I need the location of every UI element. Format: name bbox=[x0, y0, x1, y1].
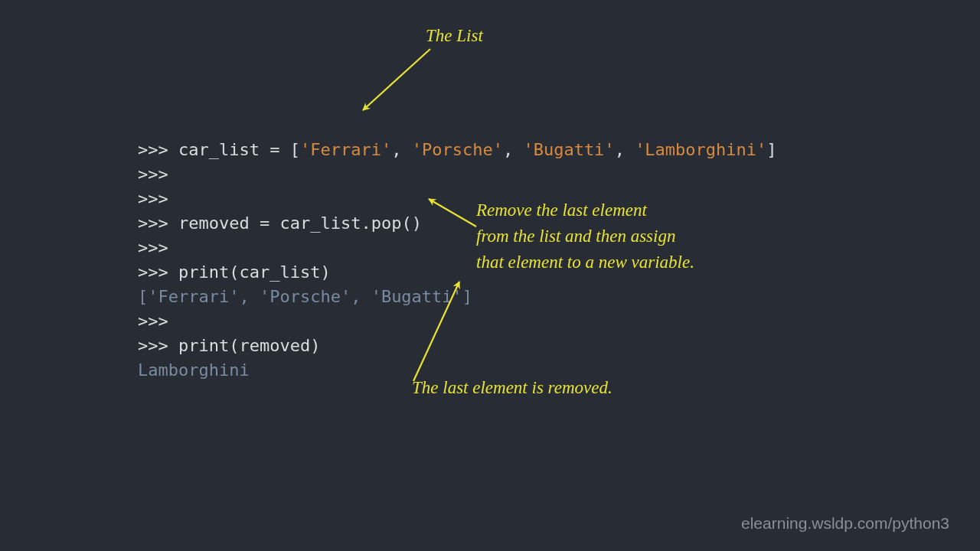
var-car-list: car_list bbox=[178, 140, 260, 159]
var-removed: removed bbox=[178, 214, 250, 233]
prompt: >>> bbox=[138, 336, 168, 355]
annotation-remove-last: Remove the last element from the list an… bbox=[476, 197, 694, 276]
footer-credit: elearning.wsldp.com/python3 bbox=[741, 514, 949, 533]
prompt: >>> bbox=[138, 165, 168, 184]
annotation-the-list: The List bbox=[426, 23, 483, 49]
prompt: >>> bbox=[138, 262, 168, 282]
list-item-1: 'Ferrari' bbox=[300, 140, 391, 159]
method-pop: pop bbox=[371, 214, 402, 233]
prompt: >>> bbox=[138, 189, 168, 208]
output-list: ['Ferrari', 'Porsche', 'Bugatti'] bbox=[138, 287, 472, 306]
prompt: >>> bbox=[138, 214, 168, 233]
arrow-to-list bbox=[363, 49, 430, 110]
list-item-3: 'Bugatti' bbox=[523, 140, 614, 159]
prompt: >>> bbox=[138, 140, 168, 159]
prompt: >>> bbox=[138, 238, 168, 257]
annotation-last-removed: The last element is removed. bbox=[412, 375, 612, 401]
fn-print: print bbox=[178, 336, 229, 355]
list-item-4: 'Lamborghini' bbox=[635, 140, 766, 159]
prompt: >>> bbox=[138, 311, 168, 331]
fn-print: print bbox=[178, 262, 229, 282]
list-item-2: 'Porsche' bbox=[412, 140, 503, 159]
output-removed: Lamborghini bbox=[138, 360, 250, 380]
